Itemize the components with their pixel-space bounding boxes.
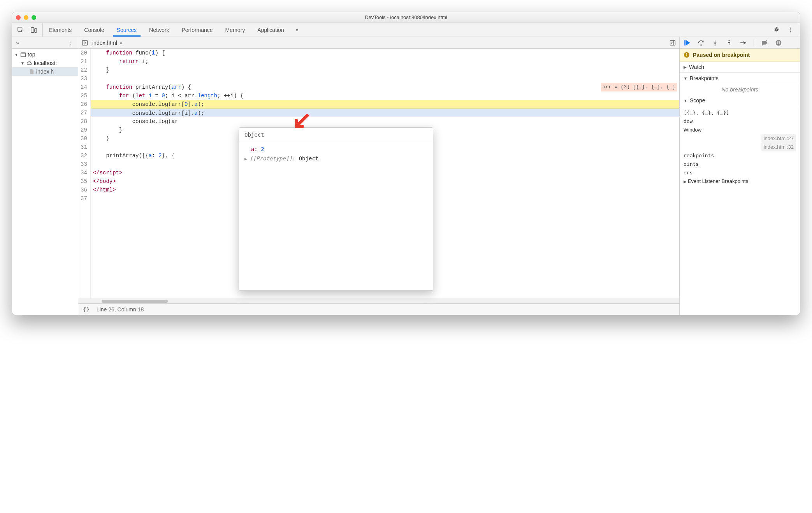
- panel-tabs: Elements Console Sources Network Perform…: [43, 23, 767, 37]
- breakpoints-empty: No breakpoints: [680, 84, 800, 95]
- scope-row[interactable]: [{…}, {…}, {…}]: [684, 109, 796, 117]
- editor-tab-label: index.html: [92, 40, 117, 46]
- horizontal-scrollbar[interactable]: [78, 299, 679, 303]
- gutter-line[interactable]: 34: [81, 169, 87, 177]
- code-line[interactable]: console.log(arr[i].a);: [91, 109, 679, 117]
- scrollbar-thumb[interactable]: [102, 300, 168, 303]
- section-event-listener-breakpoints[interactable]: ▶ Event Listener Breakpoints: [684, 177, 796, 186]
- close-window-button[interactable]: [16, 15, 21, 20]
- navigator-more-icon[interactable]: [66, 39, 74, 47]
- tree-item-file[interactable]: index.h: [12, 67, 78, 76]
- code-line[interactable]: }: [91, 66, 679, 74]
- gutter-line[interactable]: 29: [81, 126, 87, 134]
- tab-memory[interactable]: Memory: [219, 23, 251, 37]
- tab-sources[interactable]: Sources: [111, 23, 143, 37]
- section-scope[interactable]: ▼ Scope: [680, 95, 800, 106]
- gutter-line[interactable]: 37: [81, 194, 87, 203]
- zoom-window-button[interactable]: [32, 15, 36, 20]
- resume-icon[interactable]: [684, 39, 691, 46]
- tabs-overflow-button[interactable]: »: [290, 23, 304, 37]
- close-tab-icon[interactable]: ×: [120, 40, 123, 46]
- step-over-icon[interactable]: [698, 39, 705, 46]
- more-options-icon[interactable]: [787, 26, 794, 34]
- gutter-line[interactable]: 24: [81, 83, 87, 91]
- tree-label: top: [28, 51, 35, 58]
- tab-label: Performance: [181, 27, 213, 33]
- code-line[interactable]: [91, 74, 679, 83]
- code-line[interactable]: return i;: [91, 57, 679, 66]
- code-line[interactable]: function printArray(arr) {arr = (3) [{…}…: [91, 83, 679, 91]
- code-line[interactable]: console.log(ar: [91, 117, 679, 126]
- scope-row[interactable]: oints: [684, 160, 796, 169]
- deactivate-breakpoints-icon[interactable]: [761, 39, 768, 46]
- gutter-line[interactable]: 30: [81, 134, 87, 143]
- settings-gear-icon[interactable]: [773, 26, 780, 34]
- gutter-line[interactable]: 23: [81, 74, 87, 83]
- step-out-icon[interactable]: [726, 39, 733, 46]
- caret-down-icon: ▼: [14, 53, 18, 57]
- editor-tabbar: index.html ×: [78, 37, 679, 49]
- device-toolbar-icon[interactable]: [30, 26, 38, 34]
- gutter-line[interactable]: 25: [81, 91, 87, 100]
- gutter-line[interactable]: 32: [81, 151, 87, 160]
- code-line[interactable]: console.log(arr[0].a);: [91, 100, 679, 109]
- section-breakpoints[interactable]: ▼ Breakpoints: [680, 73, 800, 84]
- call-frame-location[interactable]: index.html:32: [761, 143, 796, 151]
- gutter-line[interactable]: 21: [81, 57, 87, 66]
- caret-right-icon: ▶: [684, 65, 687, 69]
- scope-row[interactable]: index.html:27: [684, 134, 796, 143]
- svg-rect-23: [779, 41, 780, 44]
- editor-tab-index[interactable]: index.html ×: [92, 40, 123, 46]
- gutter-line[interactable]: 33: [81, 160, 87, 169]
- inspect-element-icon[interactable]: [17, 26, 25, 34]
- gutter-line[interactable]: 28: [81, 117, 87, 126]
- toggle-debugger-icon[interactable]: [669, 39, 676, 46]
- gutter-line[interactable]: 20: [81, 49, 87, 57]
- minimize-window-button[interactable]: [24, 15, 28, 20]
- gutter-line[interactable]: 27: [81, 109, 87, 117]
- debugger-toolbar: [680, 37, 800, 49]
- svg-rect-22: [777, 41, 778, 44]
- scope-row[interactable]: dow: [684, 117, 796, 126]
- tree-label: index.h: [36, 69, 54, 75]
- tree-item-top[interactable]: ▼ top: [12, 50, 78, 59]
- section-watch[interactable]: ▶ Watch: [680, 61, 800, 73]
- tab-console[interactable]: Console: [78, 23, 110, 37]
- step-icon[interactable]: [740, 39, 747, 46]
- tab-elements[interactable]: Elements: [43, 23, 78, 37]
- chevron-double-right-icon: »: [296, 27, 299, 33]
- pretty-print-icon[interactable]: {}: [83, 306, 90, 313]
- tab-performance[interactable]: Performance: [175, 23, 219, 37]
- navigator-overflow-button[interactable]: »: [16, 39, 19, 46]
- gutter-line[interactable]: 35: [81, 177, 87, 186]
- tab-application[interactable]: Application: [251, 23, 290, 37]
- svg-rect-15: [684, 40, 685, 46]
- popup-prototype-row[interactable]: ▶ [[Prototype]]: Object: [244, 154, 427, 164]
- gutter-line[interactable]: 36: [81, 186, 87, 194]
- code-line[interactable]: for (let i = 0; i < arr.length; ++i) {: [91, 91, 679, 100]
- tree-label: localhost:: [34, 60, 57, 66]
- scope-row[interactable]: index.html:32: [684, 143, 796, 151]
- popup-property-row[interactable]: a: 2: [244, 144, 427, 154]
- tab-label: Network: [149, 27, 169, 33]
- window-controls: [16, 15, 36, 20]
- tree-item-origin[interactable]: ▼ localhost:: [12, 59, 78, 67]
- scope-row[interactable]: Window: [684, 126, 796, 134]
- object-hover-popup[interactable]: Object a: 2 ▶ [[Prototype]]: Object: [239, 127, 433, 291]
- tab-label: Sources: [117, 27, 137, 33]
- pause-exceptions-icon[interactable]: [775, 39, 782, 46]
- step-into-icon[interactable]: [712, 39, 719, 46]
- scope-row[interactable]: reakpoints: [684, 151, 796, 160]
- toggle-navigator-icon[interactable]: [81, 39, 88, 46]
- debugger-panel: Paused on breakpoint ▶ Watch ▼ Breakpoin…: [679, 37, 800, 315]
- code-line[interactable]: function func(i) {: [91, 49, 679, 57]
- gutter-line[interactable]: 22: [81, 66, 87, 74]
- gutter-line[interactable]: 31: [81, 143, 87, 151]
- popup-value: 2: [261, 146, 264, 152]
- inline-value-preview: arr = (3) [{…}, {…}, {…}: [601, 83, 677, 91]
- tab-network[interactable]: Network: [143, 23, 175, 37]
- scope-row[interactable]: ers: [684, 169, 796, 177]
- call-frame-location[interactable]: index.html:27: [761, 134, 796, 143]
- gutter-line[interactable]: 26: [81, 100, 87, 109]
- window-title: DevTools - localhost:8080/index.html: [12, 14, 800, 20]
